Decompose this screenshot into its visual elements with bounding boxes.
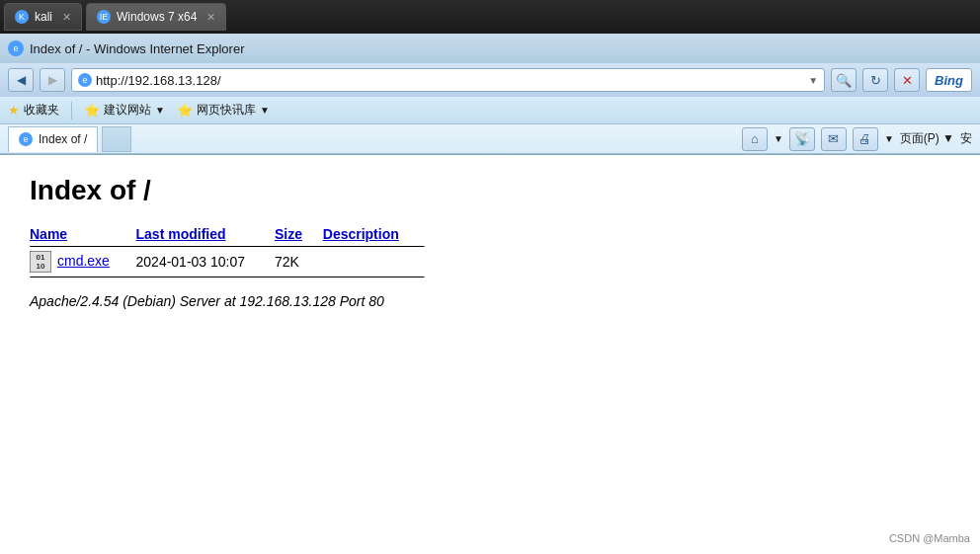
ie-logo-title: e	[8, 40, 24, 56]
home-dropdown-icon: ▼	[774, 133, 783, 144]
print-button[interactable]: 🖨	[853, 127, 878, 151]
ie-toolbar: e Index of / ⌂ ▼ 📡 ✉ 🖨 ▼ 页面(P) ▼ 安	[0, 124, 980, 154]
address-bar-area: ◀ ▶ e http://192.168.13.128/ ▼ 🔍 ↻ ✕ Bin…	[0, 63, 980, 97]
col-name[interactable]: Name	[30, 222, 136, 246]
file-size-cell: 72K	[275, 247, 323, 277]
win7-icon: IE	[97, 10, 111, 24]
page-title: Index of /	[30, 175, 950, 206]
mail-button[interactable]: ✉	[821, 127, 847, 151]
file-desc-cell	[323, 247, 425, 277]
bing-search[interactable]: Bing	[926, 68, 972, 92]
search-icon[interactable]: 🔍	[831, 68, 857, 92]
taskbar: K kali ✕ IE Windows 7 x64 ✕	[0, 0, 980, 34]
tab-kali-close[interactable]: ✕	[62, 11, 71, 24]
tab-win7-label: Windows 7 x64	[117, 10, 197, 24]
table-header-row: Name Last modified Size Description	[30, 222, 425, 246]
active-tab-label: Index of /	[39, 132, 87, 146]
stop-button[interactable]: ✕	[894, 68, 920, 92]
file-date-cell: 2024-01-03 10:07	[136, 247, 275, 277]
safety-menu[interactable]: 安	[960, 130, 972, 147]
feeds-button[interactable]: 📡	[789, 127, 815, 151]
ie-toolbar-right: ⌂ ▼ 📡 ✉ 🖨 ▼ 页面(P) ▼ 安	[742, 127, 972, 151]
active-page-tab[interactable]: e Index of /	[8, 126, 98, 152]
print-dropdown-icon: ▼	[884, 133, 894, 144]
favorites-bar: ★ 收藏夹 ⭐ 建议网站 ▼ ⭐ 网页快讯库 ▼	[0, 97, 980, 124]
tab-kali-label: kali	[35, 10, 52, 24]
favorites-divider	[71, 102, 72, 119]
webslice-dropdown-icon: ▼	[260, 105, 270, 116]
browser-chrome: e Index of / - Windows Internet Explorer…	[0, 34, 980, 155]
col-size[interactable]: Size	[275, 222, 323, 246]
file-table: Name Last modified Size Description 0110…	[30, 222, 425, 277]
ie-tab-left: e Index of /	[8, 126, 131, 152]
home-button[interactable]: ⌂	[742, 127, 768, 151]
web-slices[interactable]: ⭐ 网页快讯库 ▼	[177, 102, 270, 119]
back-button[interactable]: ◀	[8, 68, 34, 92]
blank-tab[interactable]	[102, 126, 131, 152]
bing-label: Bing	[935, 73, 963, 88]
favorites-label: 收藏夹	[24, 102, 59, 119]
file-icon: 0110	[30, 251, 51, 273]
table-row: 0110cmd.exe 2024-01-03 10:07 72K	[30, 247, 425, 277]
page-menu[interactable]: 页面(P) ▼	[900, 130, 954, 147]
file-name-cell: 0110cmd.exe	[30, 247, 136, 277]
file-link[interactable]: cmd.exe	[57, 253, 110, 269]
suggested-dropdown-icon: ▼	[155, 105, 165, 116]
table-bottom-separator-row	[30, 277, 425, 277]
kali-icon: K	[15, 10, 29, 24]
title-bar: e Index of / - Windows Internet Explorer	[0, 34, 980, 63]
webslice-icon: ⭐	[177, 103, 193, 118]
webslice-label: 网页快讯库	[197, 102, 256, 119]
title-text: Index of / - Windows Internet Explorer	[30, 41, 244, 56]
favorites-button[interactable]: ★ 收藏夹	[8, 102, 59, 119]
tab-ie-icon: e	[19, 132, 33, 146]
content-area: Index of / Name Last modified Size Descr…	[0, 155, 980, 501]
server-info: Apache/2.4.54 (Debian) Server at 192.168…	[30, 293, 950, 309]
col-description[interactable]: Description	[323, 222, 425, 246]
tab-kali[interactable]: K kali ✕	[4, 3, 82, 31]
forward-button[interactable]: ▶	[40, 68, 65, 92]
refresh-button[interactable]: ↻	[862, 68, 888, 92]
suggested-sites[interactable]: ⭐ 建议网站 ▼	[84, 102, 165, 119]
suggested-label: 建议网站	[104, 102, 151, 119]
tab-win7[interactable]: IE Windows 7 x64 ✕	[86, 3, 226, 31]
toolbar-icons: 🔍 ↻ ✕	[831, 68, 920, 92]
tab-win7-close[interactable]: ✕	[206, 11, 215, 24]
address-container: e http://192.168.13.128/ ▼	[71, 68, 825, 92]
address-input[interactable]: http://192.168.13.128/	[96, 73, 804, 88]
favorites-star-icon: ★	[8, 103, 20, 118]
ie-logo-address: e	[78, 73, 92, 87]
col-last-modified[interactable]: Last modified	[136, 222, 275, 246]
address-dropdown[interactable]: ▼	[808, 75, 818, 86]
suggested-star-icon: ⭐	[84, 103, 100, 118]
